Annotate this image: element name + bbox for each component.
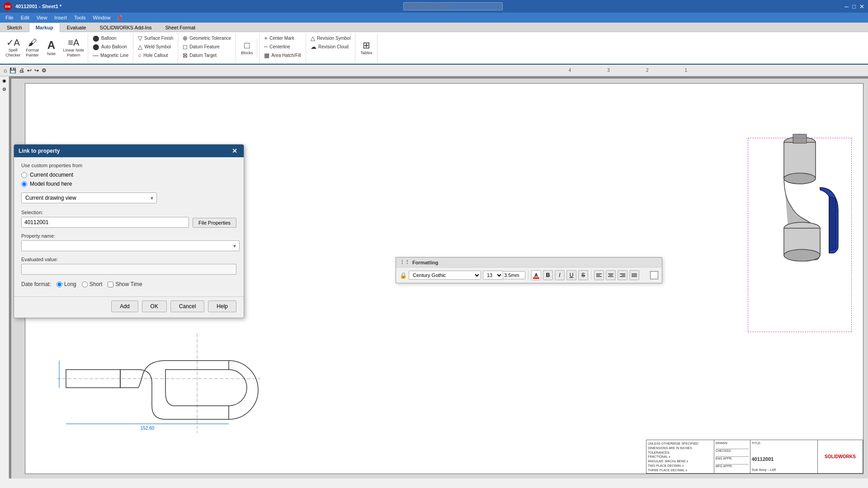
datum-feature-btn[interactable]: ◻ Datum Feature [180, 42, 222, 51]
align-left-btn[interactable] [594, 270, 604, 280]
file-properties-btn[interactable]: File Properties [193, 218, 236, 228]
selection-rectangle [748, 138, 852, 332]
tab-evaluate[interactable]: Evaluate [60, 23, 93, 32]
save-icon[interactable]: 💾 [9, 67, 16, 74]
geometric-tolerance-btn[interactable]: ⊕ Geometric Tolerance [180, 34, 234, 42]
linear-note-btn[interactable]: ≡A Linear NotePattern [61, 37, 86, 59]
center-mark-btn[interactable]: + Center Mark [261, 34, 297, 42]
sidebar-icon-2[interactable]: ⚙ [2, 87, 6, 92]
tables-btn[interactable]: ⊞ Tables [357, 39, 375, 57]
tab-markup[interactable]: Markup [29, 23, 60, 32]
menu-view[interactable]: View [33, 14, 51, 21]
tab-addins[interactable]: SOLIDWORKS Add-Ins [93, 23, 159, 32]
show-time-label: Show Time [115, 281, 142, 287]
revision-symbol-btn[interactable]: △ Revision Symbol [308, 34, 353, 42]
align-center-btn[interactable] [606, 270, 616, 280]
title-block-title: TITLE: 40112001 Sub Assy - Left [750, 440, 818, 473]
hole-callout-btn[interactable]: ○ Hole Callout [135, 51, 170, 60]
area-hatch-icon: ▦ [264, 52, 269, 59]
linear-note-icon: ≡A [68, 38, 79, 47]
auto-balloon-btn[interactable]: ⬤ Auto Balloon [90, 42, 130, 51]
radio-model-found[interactable]: Model found here [21, 181, 236, 187]
left-sidebar: ◉ ⚙ [0, 76, 9, 479]
print-icon[interactable]: 🖨 [19, 67, 24, 74]
tab-sheet-format[interactable]: Sheet Format [159, 23, 203, 32]
radio-current-doc-input[interactable] [21, 172, 27, 178]
resize-handle[interactable] [650, 271, 658, 279]
canvas-area[interactable]: 152.60 ⌀20.00 UNLESS OTHERWISE SPECIFIED… [9, 76, 868, 479]
weld-symbol-btn[interactable]: △ Weld Symbol [135, 42, 174, 51]
show-time-checkbox[interactable]: Show Time [108, 281, 142, 287]
radio-short[interactable]: Short [82, 281, 103, 287]
radio-long[interactable]: Long [57, 281, 76, 287]
ruler-marks: 4 3 2 1 [569, 68, 687, 73]
dialog-title-text: Link to property [19, 148, 60, 154]
underline-btn[interactable]: U [566, 270, 576, 280]
property-name-select[interactable] [21, 240, 240, 251]
revision-cloud-btn[interactable]: ☁ Revision Cloud [308, 42, 351, 51]
font-select[interactable]: Century Gothic [409, 271, 481, 280]
maximize-btn[interactable]: □ [852, 3, 856, 10]
selection-row: File Properties [21, 217, 236, 228]
surface-finish-btn[interactable]: ▽ Surface Finish [135, 34, 176, 42]
redo-icon[interactable]: ↪ [34, 67, 39, 74]
dialog-close-btn[interactable]: ✕ [230, 147, 239, 155]
sidebar-icon-1[interactable]: ◉ [2, 78, 6, 83]
cancel-btn[interactable]: Cancel [170, 300, 204, 312]
strikethrough-btn[interactable]: S [578, 270, 588, 280]
tables-icon: ⊞ [363, 41, 370, 50]
radio-short-input[interactable] [82, 282, 88, 287]
app-titlebar: SW 40112001 - Sheet1 * ─ □ ✕ [0, 0, 868, 13]
ribbon: Sketch Markup Evaluate SOLIDWORKS Add-In… [0, 23, 868, 65]
spell-checker-btn[interactable]: ✓A SpellChecker [4, 37, 23, 59]
datum-target-icon: ⊠ [183, 52, 188, 59]
undo-icon[interactable]: ↩ [27, 67, 32, 74]
note-btn[interactable]: A Note [42, 38, 61, 58]
tab-sketch[interactable]: Sketch [0, 23, 29, 32]
radio-model-found-input[interactable] [21, 181, 27, 187]
selection-input[interactable] [21, 217, 189, 228]
font-size-select[interactable]: 13 [483, 271, 503, 280]
align-right-btn[interactable] [618, 270, 627, 280]
show-time-input[interactable] [108, 282, 113, 287]
radio-current-doc[interactable]: Current document [21, 172, 236, 178]
date-format-label: Date format: [21, 281, 51, 287]
settings-icon[interactable]: ⚙ [42, 67, 47, 74]
use-custom-props-label: Use custom properties from [21, 163, 236, 168]
magnetic-line-btn[interactable]: — Magnetic Line [90, 51, 131, 60]
add-btn[interactable]: Add [111, 300, 138, 312]
menu-tools[interactable]: Tools [71, 14, 90, 21]
formatting-title-text: Formatting [412, 260, 438, 265]
format-painter-btn[interactable]: 🖌 Format Painter [24, 37, 42, 59]
evaluated-value-input[interactable] [21, 264, 236, 275]
close-btn[interactable]: ✕ [859, 3, 864, 10]
datum-target-btn[interactable]: ⊠ Datum Target [180, 51, 219, 60]
evaluated-value-label: Evaluated value: [21, 257, 236, 262]
menu-edit[interactable]: Edit [17, 14, 33, 21]
ribbon-group-note: ✓A SpellChecker 🖌 Format Painter A Note … [2, 33, 88, 63]
centerline-btn[interactable]: ╌ Centerline [261, 42, 293, 51]
balloon-icon: ⬤ [93, 35, 99, 42]
font-size-mm-input[interactable] [502, 271, 525, 279]
search-input[interactable] [403, 2, 503, 10]
menu-file[interactable]: File [2, 14, 17, 21]
minimize-btn[interactable]: ─ [844, 3, 849, 10]
balloon-btn[interactable]: ⬤ Balloon [90, 34, 119, 42]
font-color-btn[interactable]: A [531, 270, 541, 280]
drawing-view-select[interactable]: Current drawing view Model found here Co… [21, 192, 157, 203]
ok-btn[interactable]: OK [142, 300, 167, 312]
area-hatch-btn[interactable]: ▦ Area Hatch/Fill [261, 51, 304, 60]
align-justify-btn[interactable] [629, 270, 639, 280]
bold-btn[interactable]: B [543, 270, 553, 280]
help-btn[interactable]: Help [208, 300, 236, 312]
italic-btn[interactable]: I [555, 270, 565, 280]
menu-window[interactable]: Window [90, 14, 114, 21]
radio-long-input[interactable] [57, 282, 62, 287]
pin-icon[interactable]: 📌 [116, 15, 123, 21]
ruler-2: 2 [646, 68, 649, 73]
menu-insert[interactable]: Insert [51, 14, 71, 21]
blocks-btn[interactable]: □ Blocks [238, 39, 256, 57]
formatting-drag-handle[interactable]: ⋮⋮ [400, 259, 410, 265]
home-icon[interactable]: ⌂ [4, 67, 7, 74]
ribbon-content: ✓A SpellChecker 🖌 Format Painter A Note … [0, 32, 868, 64]
